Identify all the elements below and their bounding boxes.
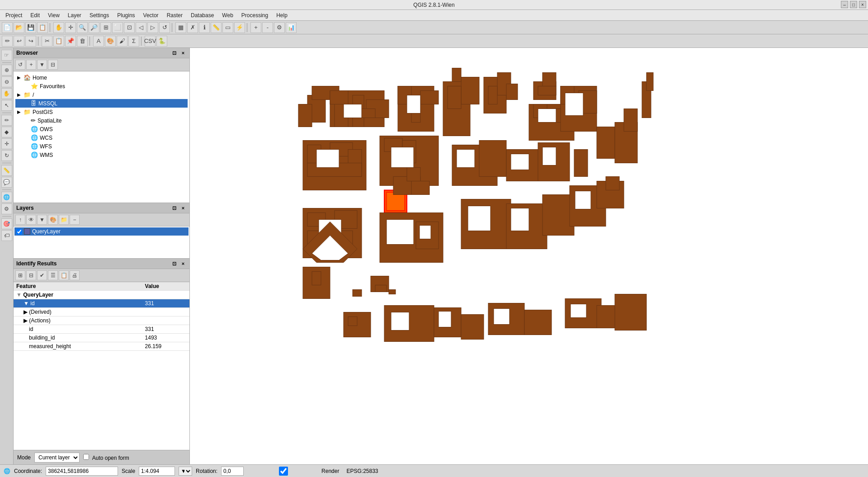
auto-open-checkbox[interactable] [83,454,89,460]
layers-open-btn[interactable]: ↑ [15,215,25,225]
browser-float-icon[interactable]: ⊡ [170,49,178,57]
field-calc-btn[interactable]: Σ [128,36,139,47]
pan-map-btn[interactable]: ✋ [53,22,64,33]
zoom-out-btn[interactable]: 🔎 [89,22,99,33]
table-row[interactable]: measured_height26.159 [14,342,189,351]
table-row[interactable]: building_id1493 [14,334,189,342]
menu-item-settings[interactable]: Settings [86,11,113,19]
identify-copy-btn[interactable]: 📋 [59,270,69,280]
table-row[interactable]: id331 [14,325,189,334]
table-row[interactable]: ▼ id331 [14,299,189,308]
zoom-selection-btn[interactable]: ⊡ [124,22,135,33]
snapping-btn[interactable]: 🎯 [1,218,12,229]
browser-tree-item[interactable]: 🌐OWS [15,125,188,133]
identify-select-btn[interactable]: ✔ [37,270,47,280]
pan-map-arrows-btn[interactable]: ✛ [65,22,76,33]
layers-eye-btn[interactable]: 👁 [26,215,36,225]
browser-tree-item[interactable]: 🌐WFS [15,142,188,151]
rotation-input[interactable] [221,467,244,476]
browser-tree-item[interactable]: 🌐WCS [15,133,188,142]
table-row[interactable]: ▶ (Derived) [14,308,189,316]
identify-collapse-btn[interactable]: ⊟ [26,270,36,280]
measure-area-btn[interactable]: ▭ [222,22,233,33]
maximize-button[interactable]: □ [850,1,857,8]
feature-action-btn[interactable]: ⚡ [234,22,245,33]
paste-btn[interactable]: 📌 [65,36,76,47]
select-feature-btn[interactable]: ▦ [175,22,186,33]
plugin1-btn[interactable]: ⚙ [1,203,12,214]
render-checkbox[interactable] [247,467,320,476]
zoom-in-btn[interactable]: 🔍 [77,22,88,33]
scale-input[interactable] [139,467,175,476]
pan-v-btn[interactable]: ✋ [1,88,12,99]
zoom-layer-btn[interactable]: ⬜ [112,22,123,33]
menu-item-edit[interactable]: Edit [27,11,43,19]
coordinate-input[interactable] [46,467,118,476]
menu-item-vector[interactable]: Vector [140,11,162,19]
browser-tree-item[interactable]: 🗄MSSQL [15,99,188,108]
layers-style-btn[interactable]: 🎨 [48,215,58,225]
label-btn[interactable]: A [93,36,104,47]
measure-btn[interactable]: 📏 [211,22,222,33]
close-button[interactable]: × [859,1,866,8]
menu-item-view[interactable]: View [44,11,63,19]
remove-layer-btn[interactable]: - [262,22,273,33]
browser-tree-item[interactable]: ▶🏠Home [15,73,188,82]
identify-expand-btn[interactable]: ⊞ [15,270,25,280]
menu-item-web[interactable]: Web [218,11,236,19]
menu-item-help[interactable]: Help [273,11,291,19]
menu-item-plugins[interactable]: Plugins [113,11,138,19]
menu-item-project[interactable]: Project [2,11,26,19]
cut-btn[interactable]: ✂ [42,36,52,47]
select-v-btn[interactable]: ↖ [1,100,12,111]
copy-btn[interactable]: 📋 [53,36,64,47]
tag-btn[interactable]: 🏷 [1,230,12,241]
table-row[interactable]: ▼ QueryLayer [14,291,189,299]
browser-collapse-btn[interactable]: ⊟ [48,60,58,70]
browser-add-btn[interactable]: + [26,60,36,70]
add-layer-btn[interactable]: + [250,22,261,33]
menu-item-layer[interactable]: Layer [64,11,85,19]
mode-select[interactable]: Current layer Top down All layers [34,453,80,463]
browser-tree-item[interactable]: ▶📁PostGIS [15,108,188,116]
map-area[interactable] [190,48,868,477]
browser-tree-item[interactable]: 🌐WMS [15,151,188,159]
browser-filter-btn[interactable]: ▼ [37,60,47,70]
save-project-btn[interactable]: 💾 [25,22,36,33]
scale-select[interactable]: ▼ [179,467,192,476]
touch-btn[interactable]: ☞ [1,50,12,61]
layer-props-btn[interactable]: ⚙ [274,22,285,33]
identify-print-btn[interactable]: 🖨 [70,270,80,280]
zoom-out-v-btn[interactable]: ⊖ [1,76,12,87]
zoom-full-btn[interactable]: ⊞ [100,22,111,33]
identify-close-icon[interactable]: × [179,260,187,267]
color-btn[interactable]: 🎨 [105,36,116,47]
identify-float-icon[interactable]: ⊡ [170,260,178,267]
delete-btn[interactable]: 🗑 [77,36,88,47]
browser-tree-item[interactable]: ✏SpatiaLite [15,116,188,125]
layers-close-icon[interactable]: × [179,204,187,212]
layers-filter-btn[interactable]: ▼ [37,215,47,225]
identify-table-btn[interactable]: ☰ [48,270,58,280]
layer-checkbox[interactable] [16,229,22,235]
edit-toggle-btn[interactable]: ✏ [2,36,13,47]
zoom-next-btn[interactable]: ▷ [147,22,158,33]
layer-item[interactable]: QueryLayer [14,227,189,236]
zoom-prev-btn[interactable]: ◁ [136,22,146,33]
refresh-btn[interactable]: ↺ [159,22,170,33]
browser-tree-item[interactable]: ⭐Favourites [15,82,188,90]
measure-v-btn[interactable]: 📏 [1,165,12,176]
annotation-btn[interactable]: 💬 [1,177,12,188]
open-attr-table-btn[interactable]: 📊 [286,22,297,33]
table-row[interactable]: ▶ (Actions) [14,316,189,325]
edit-undo-btn[interactable]: ↩ [14,36,24,47]
menu-item-database[interactable]: Database [187,11,217,19]
menu-item-processing[interactable]: Processing [238,11,272,19]
open-project-btn[interactable]: 📂 [14,22,24,33]
layers-group-btn[interactable]: 📁 [59,215,69,225]
browser-close-icon[interactable]: × [179,49,187,57]
edit-redo-btn[interactable]: ↪ [25,36,36,47]
save-as-btn[interactable]: 📋 [37,22,48,33]
minimize-button[interactable]: – [841,1,848,8]
browser-tree-item[interactable]: ▶📁/ [15,90,188,99]
